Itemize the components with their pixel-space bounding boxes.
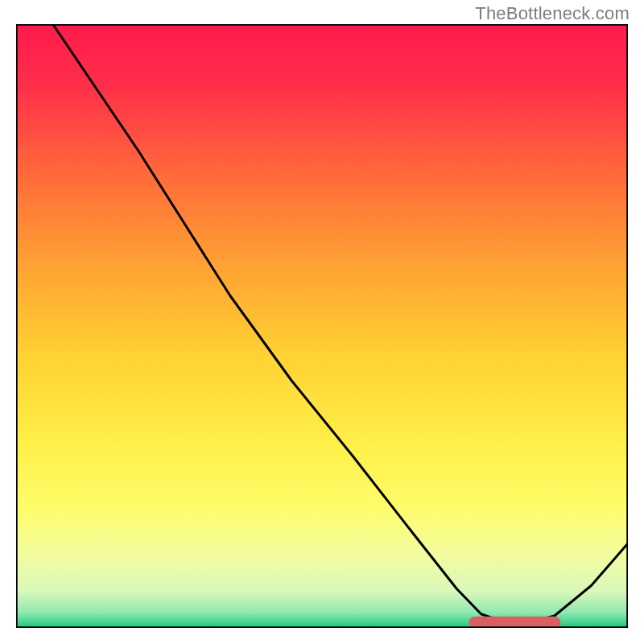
- bottleneck-chart: [16, 24, 628, 628]
- chart-container: TheBottleneck.com: [0, 0, 644, 644]
- gradient-background: [16, 24, 628, 628]
- watermark-text: TheBottleneck.com: [475, 3, 630, 24]
